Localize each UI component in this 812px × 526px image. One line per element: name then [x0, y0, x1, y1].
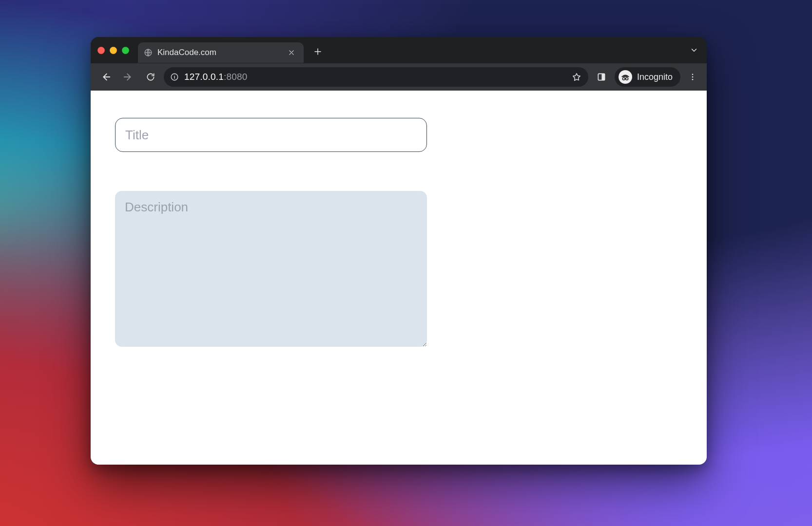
browser-tab-active[interactable]: KindaCode.com: [138, 42, 304, 63]
window-controls: [97, 47, 132, 54]
address-bar[interactable]: 127.0.0.1:8080: [164, 67, 588, 87]
nav-back-button[interactable]: [97, 68, 115, 86]
window-close-button[interactable]: [97, 47, 105, 54]
bookmark-star-icon[interactable]: [570, 70, 583, 84]
title-input[interactable]: [115, 118, 427, 152]
svg-point-10: [692, 79, 694, 80]
page-viewport: [91, 91, 707, 465]
new-tab-button[interactable]: [309, 43, 326, 60]
browser-window: KindaCode.com: [91, 37, 707, 465]
browser-menu-button[interactable]: [684, 69, 701, 85]
nav-forward-button[interactable]: [119, 68, 137, 86]
svg-rect-5: [621, 76, 629, 77]
toolbar: 127.0.0.1:8080: [91, 63, 707, 91]
tab-title: KindaCode.com: [157, 48, 281, 57]
address-port: :8080: [224, 72, 248, 82]
svg-rect-4: [601, 74, 604, 80]
window-menu-button[interactable]: [687, 43, 701, 57]
address-host: 127.0.0.1: [184, 72, 224, 82]
nav-reload-button[interactable]: [141, 68, 160, 86]
window-minimize-button[interactable]: [110, 47, 117, 54]
globe-icon: [144, 48, 153, 57]
svg-point-9: [692, 76, 694, 78]
site-info-icon[interactable]: [169, 71, 180, 83]
tab-close-button[interactable]: [286, 47, 297, 58]
incognito-icon: [619, 70, 632, 84]
window-zoom-button[interactable]: [122, 47, 129, 54]
address-text: 127.0.0.1:8080: [184, 72, 248, 82]
tab-bar: KindaCode.com: [91, 37, 707, 63]
incognito-indicator[interactable]: Incognito: [615, 67, 680, 87]
incognito-label: Incognito: [637, 72, 673, 82]
description-textarea[interactable]: [115, 191, 427, 347]
reading-list-icon[interactable]: [592, 68, 611, 86]
svg-point-8: [692, 74, 694, 75]
